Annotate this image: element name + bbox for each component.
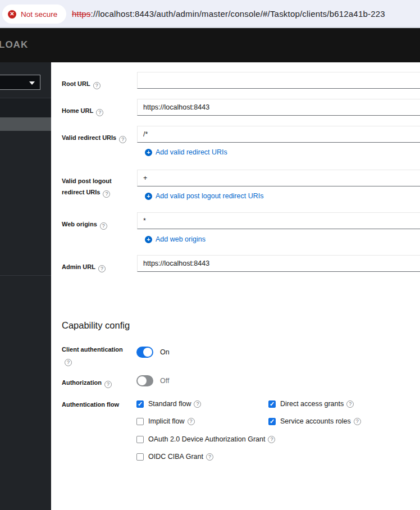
app-header: LOAK <box>0 28 420 62</box>
help-icon[interactable]: ? <box>93 82 101 89</box>
realm-selector-dropdown[interactable] <box>0 75 40 90</box>
browser-address-bar[interactable]: ✕ Not secure https://localhost:8443/auth… <box>0 0 420 28</box>
url-scheme-struck: https <box>72 9 91 19</box>
sidebar-item-selected[interactable] <box>0 117 51 131</box>
authorization-label: Authorization? <box>62 377 130 388</box>
screen: ✕ Not secure https://localhost:8443/auth… <box>0 0 420 510</box>
standard-flow-checkbox[interactable] <box>136 400 144 408</box>
keycloak-logo-fragment: LOAK <box>0 39 28 51</box>
sidebar-divider <box>0 275 51 276</box>
checkbox-row: Direct access grants ? <box>268 399 354 408</box>
admin-url-label: Admin URL? <box>62 261 130 272</box>
capability-config-heading: Capability config <box>62 320 130 331</box>
client-settings-form: Root URL? Home URL? Valid redirect URIs?… <box>51 62 420 510</box>
help-icon[interactable]: ? <box>100 222 107 230</box>
help-icon[interactable]: ? <box>119 136 126 143</box>
client-authentication-state: On <box>160 348 170 356</box>
help-icon[interactable]: ? <box>268 436 275 443</box>
authorization-toggle[interactable] <box>136 375 153 386</box>
valid-post-logout-redirect-uris-input[interactable] <box>137 170 420 186</box>
valid-post-logout-redirect-uris-label: Valid post logout redirect URIs? <box>62 175 130 198</box>
checkbox-row: Implicit flow ? <box>136 417 195 426</box>
client-authentication-toggle[interactable] <box>136 347 153 358</box>
not-secure-badge[interactable]: ✕ Not secure <box>2 4 66 24</box>
sidebar <box>0 62 51 510</box>
help-icon[interactable]: ? <box>188 418 195 425</box>
url-rest: ://localhost:8443/auth/admin/master/cons… <box>91 9 385 19</box>
toggle-knob <box>138 376 147 385</box>
toggle-knob <box>143 348 152 357</box>
oauth-device-authorization-grant-checkbox[interactable] <box>136 436 144 443</box>
help-icon[interactable]: ? <box>103 190 110 198</box>
authentication-flow-label: Authentication flow <box>62 399 130 410</box>
web-origins-label: Web origins? <box>62 218 130 230</box>
service-accounts-roles-checkbox[interactable] <box>268 418 276 425</box>
oidc-ciba-grant-checkbox[interactable] <box>136 453 144 461</box>
checkbox-row: Service accounts roles ? <box>268 417 361 426</box>
home-url-input[interactable] <box>137 99 420 116</box>
add-web-origins-button[interactable]: + Add web origins <box>145 235 206 244</box>
checkbox-row: Standard flow ? <box>136 399 201 408</box>
chevron-down-icon <box>29 81 35 85</box>
direct-access-grants-checkbox[interactable] <box>268 400 276 408</box>
web-origins-input[interactable] <box>137 212 420 229</box>
valid-redirect-uris-input[interactable] <box>137 126 420 143</box>
valid-redirect-uris-label: Valid redirect URIs? <box>62 132 130 143</box>
help-icon[interactable]: ? <box>346 400 354 408</box>
help-icon[interactable]: ? <box>65 359 72 366</box>
help-icon[interactable]: ? <box>206 453 213 461</box>
plus-circle-icon: + <box>145 193 152 200</box>
root-url-label: Root URL? <box>62 78 130 89</box>
admin-url-input[interactable] <box>137 255 420 272</box>
sidebar-item[interactable] <box>0 98 51 117</box>
root-url-input[interactable] <box>137 72 420 89</box>
url-text[interactable]: https://localhost:8443/auth/admin/master… <box>72 0 385 27</box>
help-icon[interactable]: ? <box>98 265 106 272</box>
help-icon[interactable]: ? <box>194 400 201 408</box>
help-icon[interactable]: ? <box>104 381 112 388</box>
add-valid-post-logout-redirect-uris-button[interactable]: + Add valid post logout redirect URIs <box>145 192 263 201</box>
add-valid-redirect-uris-button[interactable]: + Add valid redirect URIs <box>145 148 227 157</box>
client-authentication-label: Client authentication? <box>62 344 130 366</box>
help-icon[interactable]: ? <box>96 109 103 116</box>
authorization-state: Off <box>160 377 169 385</box>
implicit-flow-checkbox[interactable] <box>136 418 144 425</box>
checkbox-row: OIDC CIBA Grant ? <box>136 452 213 461</box>
not-secure-label: Not secure <box>21 10 57 19</box>
home-url-label: Home URL? <box>62 105 130 116</box>
checkbox-row: OAuth 2.0 Device Authorization Grant ? <box>136 435 275 444</box>
help-icon[interactable]: ? <box>354 418 361 425</box>
plus-circle-icon: + <box>145 149 152 156</box>
not-secure-icon: ✕ <box>8 10 16 19</box>
plus-circle-icon: + <box>145 236 152 243</box>
